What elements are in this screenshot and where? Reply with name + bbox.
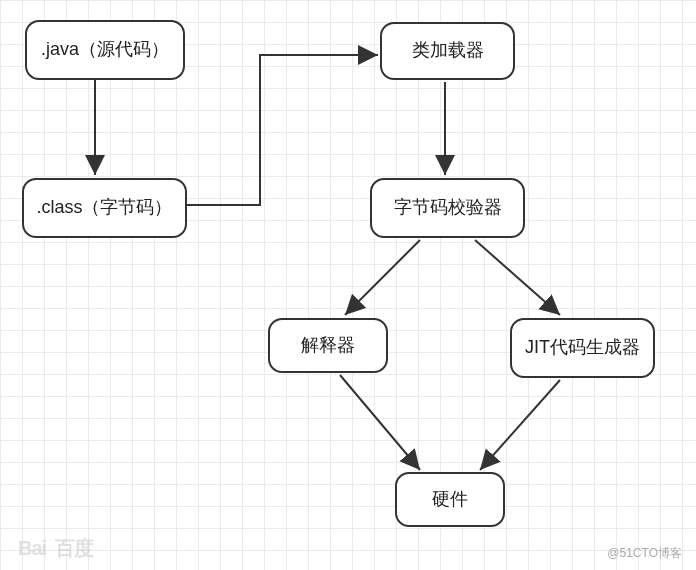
node-classloader: 类加载器 (380, 22, 515, 80)
node-label: .class（字节码） (36, 196, 172, 219)
node-label: 解释器 (301, 334, 355, 357)
node-class-bytecode: .class（字节码） (22, 178, 187, 238)
node-label: 硬件 (432, 488, 468, 511)
node-java-source: .java（源代码） (25, 20, 185, 80)
node-label: 字节码校验器 (394, 196, 502, 219)
watermark-51cto: @51CTO博客 (607, 545, 682, 562)
node-interpreter: 解释器 (268, 318, 388, 373)
node-label: .java（源代码） (41, 38, 169, 61)
node-bytecode-verifier: 字节码校验器 (370, 178, 525, 238)
node-jit-compiler: JIT代码生成器 (510, 318, 655, 378)
node-label: 类加载器 (412, 39, 484, 62)
node-hardware: 硬件 (395, 472, 505, 527)
node-label: JIT代码生成器 (525, 336, 640, 359)
watermark-baidu: Bai 百度 (18, 535, 93, 562)
grid-background (0, 0, 696, 570)
